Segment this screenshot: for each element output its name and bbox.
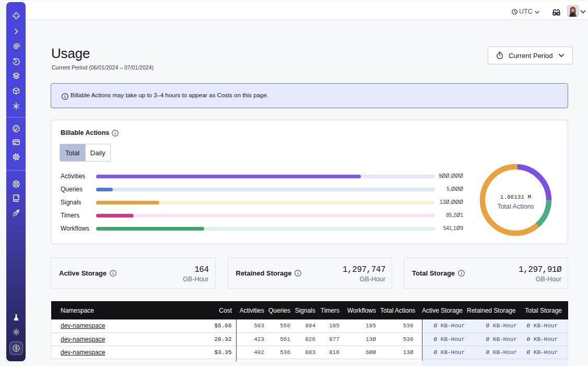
svg-text:$: $ [15, 346, 17, 351]
